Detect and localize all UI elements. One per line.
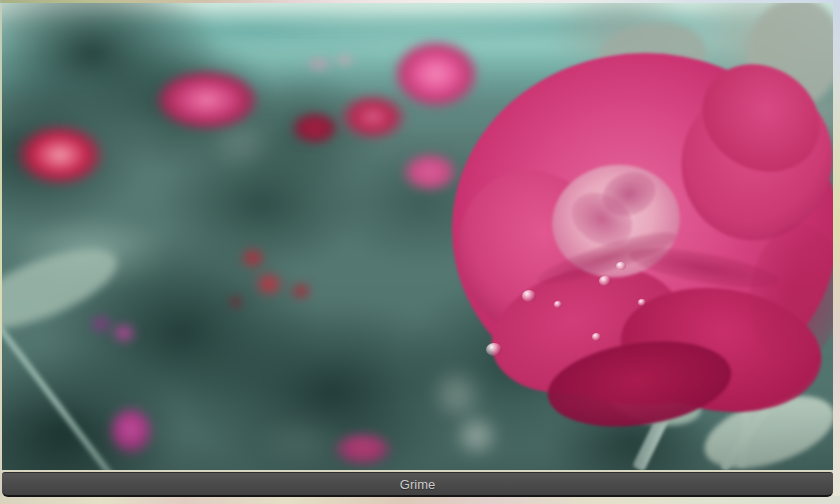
water-droplet: [522, 290, 536, 302]
blurred-petal: [239, 246, 267, 270]
filter-name-label: Grime: [400, 478, 435, 491]
blurred-rose: [14, 123, 106, 187]
blurred-rose: [154, 69, 260, 131]
filter-picker-canvas: Grime: [0, 0, 840, 504]
blurred-rose: [305, 56, 333, 72]
water-droplet: [486, 343, 502, 356]
blurred-petal: [228, 295, 244, 309]
blurred-rose: [400, 151, 460, 193]
water-droplet: [616, 262, 626, 270]
blurred-rose: [290, 111, 340, 145]
blurred-petal: [289, 281, 313, 301]
adjacent-tile-edge-bottom: [0, 496, 840, 504]
filter-preview-photo: [2, 3, 833, 470]
main-rose: [452, 53, 833, 405]
blurred-petal: [253, 270, 285, 298]
blurred-bud: [110, 321, 138, 345]
blurred-rose: [338, 93, 408, 141]
water-droplet: [599, 276, 611, 286]
blurred-rose: [334, 53, 356, 67]
blurred-bud: [332, 431, 394, 467]
water-droplet: [592, 333, 601, 341]
water-droplet: [554, 301, 562, 308]
blurred-bud: [107, 405, 155, 457]
water-droplet: [638, 299, 646, 306]
filter-caption-bar[interactable]: Grime: [2, 472, 833, 497]
adjacent-tile-edge-right: [833, 0, 840, 497]
filter-tile-grime[interactable]: Grime: [2, 3, 833, 497]
